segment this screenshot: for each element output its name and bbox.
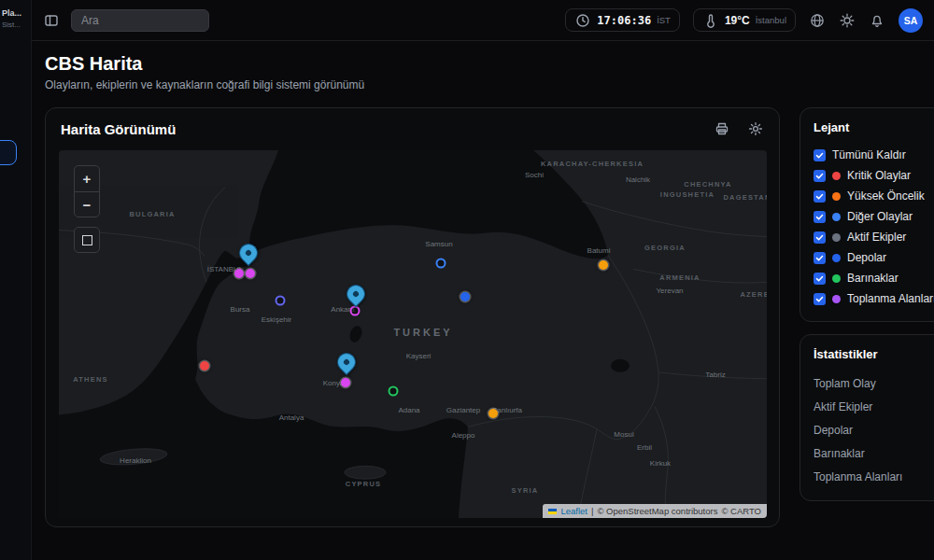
legend-label: Tümünü Kaldır <box>832 148 906 161</box>
map-ring-marker[interactable] <box>436 258 446 268</box>
topbar-right: 17:06:36 İST 19°C İstanbul <box>565 8 923 33</box>
map-dot-marker[interactable] <box>234 269 244 278</box>
attribution-separator: | <box>591 506 593 516</box>
fullscreen-button[interactable] <box>74 227 100 253</box>
map-ring-marker[interactable] <box>276 296 286 306</box>
page-title: CBS Harita <box>45 53 142 75</box>
map-ring-marker[interactable] <box>388 385 398 396</box>
clock-widget: 17:06:36 İST <box>565 8 680 32</box>
checkbox-icon[interactable] <box>814 273 826 285</box>
legend-label: Yüksek Öncelik <box>847 189 925 203</box>
legend-label: Toplanma Alanları <box>847 292 934 305</box>
page-subtitle: Olayların, ekiplerin ve kaynakların coğr… <box>45 78 364 91</box>
checkbox-icon[interactable] <box>814 231 826 244</box>
printer-icon[interactable] <box>714 120 730 137</box>
map-ring-marker[interactable] <box>349 306 360 316</box>
clock-icon <box>574 12 591 29</box>
stats-title: İstatistikler <box>814 347 934 361</box>
map-dot-marker[interactable] <box>246 269 255 278</box>
ukraine-flag-icon <box>548 509 557 514</box>
osm-attribution[interactable]: © OpenStreetMap contributors <box>597 506 717 516</box>
checkbox-icon[interactable] <box>814 170 826 182</box>
map-dot-marker[interactable] <box>200 361 209 371</box>
checkbox-icon[interactable] <box>814 190 826 203</box>
legend-color-dot <box>832 192 841 201</box>
legend-label: Depolar <box>847 251 886 264</box>
legend-color-dot <box>832 254 841 262</box>
legend-panel: Lejant Tümünü KaldırKritik OlaylarYüksek… <box>800 107 934 322</box>
checkbox-icon[interactable] <box>814 211 826 223</box>
legend-item[interactable]: Diğer Olaylar <box>814 206 934 227</box>
legend-item[interactable]: Kritik Olaylar <box>814 165 934 186</box>
stats-panel: İstatistikler Toplam OlayAktif EkiplerDe… <box>800 334 934 501</box>
legend-color-dot <box>832 172 841 180</box>
map-dot-marker[interactable] <box>341 378 350 387</box>
map-card-title: Harita Görünümü <box>61 121 176 137</box>
stat-row: Aktif Ekipler <box>814 395 934 418</box>
legend-label: Kritik Olaylar <box>847 169 911 182</box>
bell-icon[interactable] <box>869 12 885 29</box>
checkbox-icon[interactable] <box>814 149 826 161</box>
legend-title: Lejant <box>814 120 934 134</box>
map-card-header: Harita Görünümü <box>46 108 779 147</box>
legend-color-dot <box>832 274 841 283</box>
right-column: Lejant Tümünü KaldırKritik OlaylarYüksek… <box>800 107 934 513</box>
legend-item[interactable]: Tümünü Kaldır <box>814 145 934 165</box>
map-dot-marker[interactable] <box>599 260 608 270</box>
theme-toggle-sun-icon[interactable] <box>839 12 856 29</box>
stat-row: Barınaklar <box>814 441 934 465</box>
legend-label: Barınaklar <box>847 272 899 285</box>
map-card-actions <box>714 120 764 137</box>
map-dot-marker[interactable] <box>488 409 498 418</box>
legend-color-dot <box>832 295 841 303</box>
legend-item[interactable]: Aktif Ekipler <box>814 227 934 247</box>
legend-item[interactable]: Barınaklar <box>814 268 934 288</box>
search-input[interactable] <box>71 9 209 32</box>
topbar: 17:06:36 İST 19°C İstanbul <box>32 0 934 41</box>
thermometer-icon <box>702 12 719 29</box>
legend-color-dot <box>832 233 841 242</box>
zoom-in-button[interactable]: + <box>75 166 99 191</box>
weather-temp: 19°C <box>725 14 750 27</box>
zoom-control: + − <box>74 165 100 217</box>
globe-icon[interactable] <box>809 12 826 29</box>
stat-row: Toplanma Alanları <box>814 465 934 488</box>
map-dot-marker[interactable] <box>460 292 470 301</box>
zoom-out-button[interactable]: − <box>75 191 99 217</box>
stats-rows: Toplam OlayAktif EkiplerDepolarBarınakla… <box>814 371 934 488</box>
sidebar-toggle-icon[interactable] <box>43 12 60 29</box>
sidebar: Pla... Sist... <box>0 0 32 560</box>
checkbox-icon[interactable] <box>814 293 826 305</box>
legend-item[interactable]: Depolar <box>814 247 934 268</box>
legend-color-dot <box>832 213 841 221</box>
brand-title: Pla... <box>0 0 31 18</box>
stat-row: Toplam Olay <box>814 371 934 395</box>
legend-item[interactable]: Toplanma Alanları <box>814 288 934 309</box>
map-card: Harita Görünümü <box>45 107 780 527</box>
clock-time: 17:06:36 <box>597 14 651 27</box>
legend-items: Tümünü KaldırKritik OlaylarYüksek Önceli… <box>814 145 934 309</box>
legend-label: Diğer Olaylar <box>847 210 913 223</box>
clock-timezone: İST <box>657 15 671 25</box>
legend-item[interactable]: Yüksek Öncelik <box>814 186 934 206</box>
weather-widget: 19°C İstanbul <box>693 8 796 32</box>
pin-icon <box>235 239 262 265</box>
weather-city: İstanbul <box>756 15 786 25</box>
checkbox-icon[interactable] <box>814 252 826 264</box>
avatar[interactable]: SA <box>899 8 923 33</box>
map-canvas[interactable]: KARACHAY-CHERKESIACHECHNYAINGUSHETIADAGE… <box>59 150 767 518</box>
stat-row: Depolar <box>814 418 934 441</box>
pin-icon <box>333 349 360 375</box>
map-attribution: Leaflet | © OpenStreetMap contributors ©… <box>543 504 767 518</box>
sidebar-item-active[interactable] <box>0 140 17 165</box>
brand-subtitle: Sist... <box>0 18 31 29</box>
map-markers-layer <box>59 150 767 518</box>
legend-label: Aktif Ekipler <box>847 231 906 244</box>
map-settings-gear-icon[interactable] <box>747 120 764 137</box>
fullscreen-icon <box>82 235 92 245</box>
carto-attribution[interactable]: © CARTO <box>721 506 761 516</box>
leaflet-link[interactable]: Leaflet <box>560 506 587 516</box>
pin-icon <box>343 281 369 307</box>
